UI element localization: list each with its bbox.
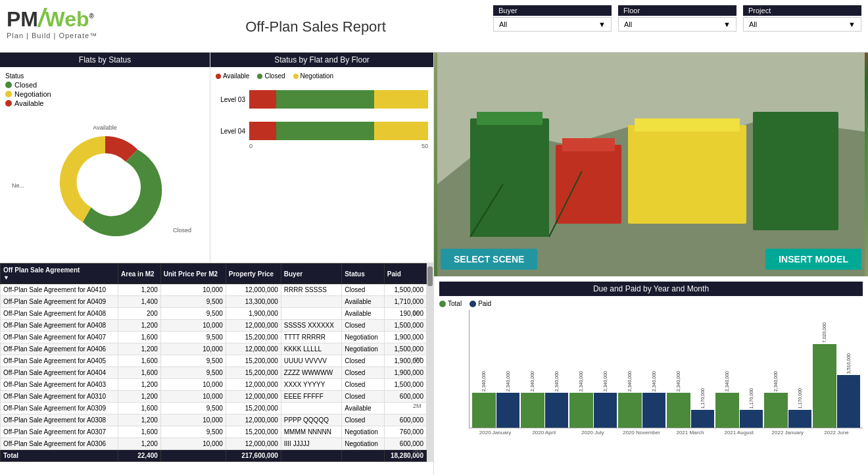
due-paid-legend-item: Paid — [470, 300, 491, 307]
cell-agreement: Off-Plan Sale Agreement for A0406 — [1, 343, 118, 355]
due-paid-container: Total Paid 6M4M2M0M 2,340,000 2,340,000 … — [439, 300, 863, 455]
col-paid: Paid — [384, 264, 426, 284]
y-label: 4M — [413, 356, 422, 362]
cell-unit-price: 10,000 — [160, 438, 226, 450]
bar-paid — [788, 410, 812, 428]
filter-select-project[interactable]: All ▼ — [743, 17, 861, 32]
data-table: Off Plan Sale Agreement▼ Area in M2 Unit… — [0, 263, 427, 462]
bar-chart-legend: Available Closed Negotiation — [216, 72, 428, 80]
bar-group: 2,340,000 2,340,000 — [521, 322, 568, 428]
col-status: Status — [342, 264, 385, 284]
cell-status: Available — [342, 296, 385, 308]
filter-value: All — [749, 20, 757, 28]
cell-area: 1,600 — [118, 403, 161, 414]
cell-status: Closed — [342, 367, 385, 379]
x-label: 2022 January — [764, 430, 811, 436]
table-row: Off-Plan Sale Agreement for A0308 1,200 … — [1, 414, 427, 426]
bar-total-value: 2,340,000 — [481, 371, 486, 391]
bar-legend-item: Closed — [257, 72, 285, 80]
logo: PM/Web® Plan | Build | Operate™ — [7, 5, 138, 39]
cell-property-price: 13,300,000 — [226, 296, 281, 308]
cell-buyer: ZZZZ WWWWW — [281, 367, 341, 379]
cell-buyer: XXXX YYYYY — [281, 379, 341, 391]
x-label: 2020 July — [569, 430, 616, 436]
bar-total-value: 2,340,000 — [773, 371, 778, 391]
bar-legend-dot — [216, 74, 221, 79]
donut-label-ne: Ne... — [12, 182, 24, 189]
bar-paid-value: 2,340,000 — [652, 371, 656, 391]
bar-group: 2,340,000 1,170,000 — [667, 322, 714, 428]
cell-agreement: Off-Plan Sale Agreement for A0307 — [1, 426, 118, 438]
cell-area: 1,200 — [118, 284, 161, 296]
bar-segment — [374, 122, 428, 140]
legend-label-closed: Closed — [14, 81, 37, 89]
bar-total-col: 2,340,000 — [715, 322, 739, 428]
cell-area: 1,200 — [118, 343, 161, 355]
donut-label-available: Available — [93, 124, 116, 131]
cell-status: Available — [342, 403, 385, 414]
bar-segment — [249, 122, 276, 140]
cell-property-price: 15,200,000 — [226, 355, 281, 367]
cell-property-price: 15,200,000 — [226, 367, 281, 379]
cell-status: Closed — [342, 414, 385, 426]
bar-title: Status by Flat and By Floor — [210, 53, 433, 67]
filter-label-buyer: Buyer — [493, 5, 612, 16]
y-label: 0M — [413, 449, 422, 455]
total-unit-price — [160, 450, 226, 462]
scroll-indicator[interactable] — [427, 263, 433, 462]
chevron-down-icon: ▼ — [723, 20, 731, 28]
bar-total-col: 2,340,000 — [472, 322, 496, 428]
cell-area: 1,400 — [118, 296, 161, 308]
x-tick-0: 0 — [249, 143, 253, 149]
bar-group: 2,340,000 2,340,000 — [472, 322, 519, 428]
x-label: 2021 August — [715, 430, 763, 436]
select-scene-button[interactable]: SELECT SCENE — [441, 249, 537, 270]
cell-buyer: MMMM NNNNN — [281, 426, 341, 438]
col-area: Area in M2 — [118, 264, 161, 284]
bar-group: 2,340,000 2,340,000 — [569, 322, 617, 428]
table-row: Off-Plan Sale Agreement for A0408 1,200 … — [1, 320, 427, 332]
header: PM/Web® Plan | Build | Operate™ Off-Plan… — [0, 0, 868, 53]
due-paid-legend-item: Total — [439, 300, 462, 307]
x-label: 2020 January — [471, 430, 519, 436]
due-paid-legend-dot — [439, 301, 446, 307]
filter-value: All — [624, 20, 632, 28]
legend-dot-available — [5, 100, 12, 107]
bar-segment — [276, 122, 375, 140]
table-wrapper[interactable]: Off Plan Sale Agreement▼ Area in M2 Unit… — [0, 263, 427, 462]
col-agreement: Off Plan Sale Agreement▼ — [1, 264, 118, 284]
table-row: Off-Plan Sale Agreement for A0409 1,400 … — [1, 296, 427, 308]
insert-model-button[interactable]: INSERT MODEL — [765, 249, 861, 270]
table-row: Off-Plan Sale Agreement for A0407 1,600 … — [1, 332, 427, 343]
cell-property-price: 15,200,000 — [226, 403, 281, 414]
bar-total-col: 2,340,000 — [521, 322, 544, 428]
legend-dot-negotiation — [5, 91, 12, 97]
x-label: 2020 November — [617, 430, 665, 436]
right-panel: SELECT SCENE INSERT MODEL Due and Paid b… — [434, 53, 868, 475]
bar-group: 2,340,000 2,340,000 — [618, 322, 665, 428]
filter-group-project: Project All ▼ — [743, 5, 861, 32]
model-view: SELECT SCENE INSERT MODEL — [434, 53, 868, 276]
bar-group: 2,340,000 1,170,000 — [764, 322, 811, 428]
bar-legend-item: Negotiation — [293, 72, 334, 80]
bar-total-col: 2,340,000 — [569, 322, 593, 428]
bar-paid-value: 2,340,000 — [506, 371, 510, 391]
x-label: 2021 March — [667, 430, 714, 436]
total-area: 22,400 — [118, 450, 161, 462]
bar-segment — [374, 90, 428, 109]
donut-legend: Closed Negotiation Available — [5, 81, 205, 109]
report-title: Off-Plan Sales Report — [138, 5, 493, 36]
x-labels: 2020 January2020 April2020 July2020 Nove… — [469, 428, 863, 436]
bar-total — [813, 344, 836, 428]
table-row: Off-Plan Sale Agreement for A0410 1,200 … — [1, 284, 427, 296]
building-svg — [434, 53, 868, 276]
cell-property-price: 1,900,000 — [226, 308, 281, 320]
filter-select-floor[interactable]: All ▼ — [618, 17, 736, 32]
cell-status: Available — [342, 308, 385, 320]
table-row: Off-Plan Sale Agreement for A0306 1,200 … — [1, 438, 427, 450]
cell-unit-price: 9,500 — [160, 308, 226, 320]
cell-area: 1,200 — [118, 320, 161, 332]
filter-select-buyer[interactable]: All ▼ — [493, 17, 612, 32]
bar-paid-col: 1,170,000 — [788, 322, 812, 428]
cell-property-price: 12,000,000 — [226, 414, 281, 426]
